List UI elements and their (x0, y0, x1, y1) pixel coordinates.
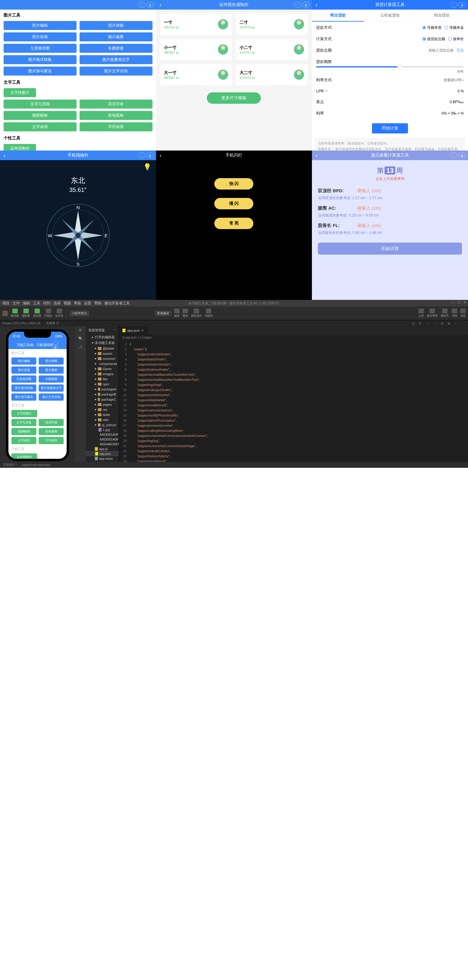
tree-item[interactable]: app.wxss (86, 456, 118, 461)
toolbar-button[interactable]: 模拟器 (11, 309, 19, 318)
tool-btn[interactable]: 图片裁剪 (80, 32, 152, 41)
back-icon[interactable]: ‹ (316, 2, 317, 8)
radio-equal-principal[interactable]: 等额本金 (445, 25, 464, 30)
menu-item[interactable]: 项目 (2, 301, 10, 305)
bulb-icon[interactable]: 💡 (0, 160, 156, 174)
tree-item[interactable]: app.json (86, 451, 118, 456)
mode-select[interactable]: 小程序模式 (70, 311, 89, 316)
week-selector[interactable]: 第13周 (312, 160, 468, 176)
calculate-button[interactable]: 开始计算 (318, 243, 462, 255)
tool-btn[interactable]: 彩色昵称 (80, 111, 152, 120)
tree-item[interactable]: ▸ libs (86, 376, 118, 382)
menu-icon[interactable]: ⋯ (294, 153, 301, 158)
tool-btn[interactable]: 图片批量加文字 (80, 55, 152, 64)
tree-item[interactable]: ▸ packageC (86, 397, 118, 402)
project-root[interactable]: ▾ 多功能工具箱 (86, 340, 118, 346)
size-card[interactable]: 小二寸413*531 px (236, 39, 308, 60)
tree-item[interactable]: ▸ yj_yishuzi (86, 422, 118, 427)
menu-item[interactable]: 界面 (74, 301, 81, 305)
more-icon[interactable]: ⋯ (113, 328, 116, 332)
size-card[interactable]: 大二寸413*625 px (236, 64, 308, 85)
target-icon[interactable]: ◎ (53, 345, 58, 349)
menu-icon[interactable]: ⋯ (450, 2, 457, 8)
tree-item[interactable]: ▸ Game (86, 366, 118, 371)
tree-item[interactable]: ▸ components (86, 361, 118, 366)
simulator[interactable]: 22:45100% 万能工具箱 - 刀客源码网 ⋯◎ 图片工具 照片编辑照片拼图… (6, 329, 69, 461)
menu-icon[interactable]: ⋯ (450, 153, 457, 158)
menu-item[interactable]: 选择 (53, 301, 61, 305)
toolbar-button[interactable]: 清缓存 (205, 309, 213, 318)
tree-item[interactable]: ▸ pages (86, 402, 118, 407)
menu-item[interactable]: 帮助 (94, 301, 101, 305)
tool-btn[interactable]: 照片拼图 (80, 21, 152, 30)
toolbar-button[interactable]: 可视化 (44, 309, 52, 318)
compile-select[interactable]: 普通编译 (155, 311, 171, 316)
calculate-button[interactable]: 开始计算 (372, 123, 408, 134)
menu-icon[interactable]: ⋯ (294, 2, 301, 8)
tab-commercial[interactable]: 商业贷款 (312, 10, 364, 22)
tree-item[interactable]: ▸ static (86, 412, 118, 417)
hotreload-label[interactable]: 热重载 关 (46, 321, 59, 325)
menu-icon[interactable]: ⋯ (53, 340, 58, 345)
tree-item[interactable]: ▸ assets (86, 351, 118, 356)
tool-btn[interactable]: 照片编辑 (3, 21, 77, 30)
editor-icons[interactable]: ◫ ⟳ ← → ⊟ ⊞ ⌕ ⋯ (412, 322, 466, 325)
more-sizes-button[interactable]: 更多尺寸规格 (207, 92, 261, 104)
toolbar-button[interactable]: 详情 (452, 309, 457, 318)
toolbar-button[interactable]: 编译 (174, 309, 179, 318)
minimize-icon[interactable]: — (451, 301, 455, 304)
tool-btn[interactable]: 图片格式转换 (3, 55, 77, 64)
tree-item[interactable]: ▸ images (86, 371, 118, 376)
toolbar-button[interactable]: 真机调试 (191, 309, 202, 318)
toolbar-button[interactable]: 云开发 (55, 309, 63, 318)
field-input[interactable]: 请输入 (cm) (357, 188, 381, 194)
toolbar-button[interactable]: 版本管理 (427, 309, 438, 318)
menu-icon[interactable]: ⋯ (138, 2, 145, 8)
tree-item[interactable]: ▸ utils (86, 417, 118, 422)
avatar-icon[interactable] (2, 311, 8, 316)
tool-btn[interactable]: 字符表情 (80, 123, 152, 131)
tree-item[interactable]: ▸ packageB (86, 391, 118, 397)
open-editors[interactable]: ▸ 打开的编辑器 (86, 334, 118, 340)
git-icon[interactable]: ⎇ (78, 345, 83, 349)
menu-item[interactable]: 转到 (43, 301, 50, 305)
always-on-button[interactable]: 常 亮 (214, 218, 253, 229)
back-icon[interactable]: ‹ (160, 2, 161, 8)
tool-btn[interactable]: 文字表情 (3, 123, 77, 131)
tree-item[interactable]: AADD81A0FD6437CF4D... (86, 432, 118, 437)
radio-equal-interest[interactable]: 等额本息 (422, 25, 442, 30)
search-icon[interactable]: 🔍 (78, 336, 83, 340)
code-editor[interactable]: 1{2 "pages":[3 "pages/indexokk/index",4 … (119, 340, 468, 462)
tree-item[interactable]: AD54AE26FD6437CF4D... (86, 442, 118, 447)
amount-input[interactable] (418, 48, 454, 52)
tree-item[interactable]: AADD81A0FD6437CFACE... (86, 437, 118, 442)
tool-btn[interactable]: 文字九宫格 (3, 100, 77, 108)
target-icon[interactable]: ◎ (147, 2, 154, 8)
menu-item[interactable]: 设置 (84, 301, 91, 305)
tree-item[interactable]: 1.jpg (86, 427, 118, 432)
tool-btn[interactable]: 花式字体 (80, 100, 152, 108)
menu-item[interactable]: 工具 (33, 301, 40, 305)
radio-unit[interactable]: 按单价 (448, 37, 464, 42)
tree-item[interactable]: ▸ npm (86, 382, 118, 387)
toolbar-button[interactable]: 消息 (460, 309, 466, 318)
info-icon[interactable] (325, 89, 328, 92)
size-card[interactable]: 一寸295*413 px (160, 14, 232, 35)
target-icon[interactable]: ◎ (458, 153, 466, 158)
toolbar-button[interactable]: 预览 (182, 309, 188, 318)
back-icon[interactable]: ‹ (316, 152, 317, 159)
slow-flash-button[interactable]: 慢 闪 (214, 198, 253, 209)
tab-combo[interactable]: 组合贷款 (416, 10, 468, 22)
tree-item[interactable]: ▸ @babel (86, 346, 118, 351)
toolbar-button[interactable]: 上传 (418, 309, 424, 318)
field-input[interactable]: 请输入 (cm) (357, 223, 381, 229)
target-icon[interactable]: ◎ (147, 153, 154, 158)
tool-btn[interactable]: 翅膀昵称 (3, 111, 77, 120)
device-label[interactable]: iPhone 12/13 (Pro) 100% 16 (2, 322, 40, 325)
tool-btn[interactable]: 图片加马赛克 (3, 67, 77, 76)
term-slider[interactable] (316, 66, 464, 67)
toolbar-button[interactable]: 编辑器 (22, 309, 30, 318)
target-icon[interactable]: ◎ (302, 153, 310, 158)
close-icon[interactable]: ✕ (463, 301, 466, 304)
tab-fund[interactable]: 公积金贷款 (364, 10, 416, 22)
